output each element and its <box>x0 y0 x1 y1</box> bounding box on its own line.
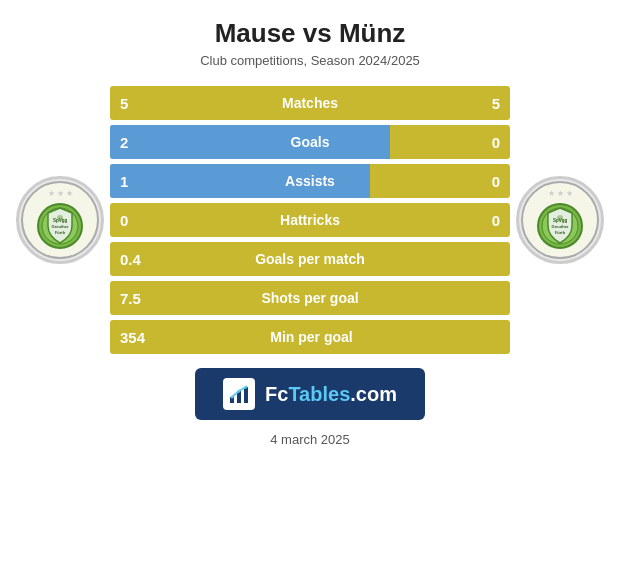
stat-row: 5Matches5 <box>110 86 510 120</box>
stat-row: 1Assists0 <box>110 164 510 198</box>
stat-row: 354Min per goal <box>110 320 510 354</box>
stat-label: Goals per match <box>142 251 478 267</box>
stat-right-value: 5 <box>478 95 510 112</box>
star-1: ★ <box>48 189 55 198</box>
badge-circle-left: ★ ★ ★ SpVgg Greuther Fürth <box>16 176 104 264</box>
star-r1: ★ <box>548 189 555 198</box>
stat-bar-bg: 0Hattricks0 <box>110 203 510 237</box>
stat-right-value: 0 <box>478 173 510 190</box>
stat-row: 7.5Shots per goal <box>110 281 510 315</box>
star-2: ★ <box>57 189 64 198</box>
page-subtitle: Club competitions, Season 2024/2025 <box>200 53 420 68</box>
badge-left: ★ ★ ★ SpVgg Greuther Fürth <box>10 176 110 264</box>
stat-bar-bg: 7.5Shots per goal <box>110 281 510 315</box>
stat-left-value: 354 <box>110 329 145 346</box>
stat-left-value: 2 <box>110 134 142 151</box>
star-r3: ★ <box>566 189 573 198</box>
fc-icon <box>223 378 255 410</box>
fc-tables-banner: FcTables.com <box>195 368 425 420</box>
stat-left-value: 0 <box>110 212 142 229</box>
stat-left-value: 7.5 <box>110 290 142 307</box>
page-title: Mause vs Münz <box>215 18 406 49</box>
stat-row: 2Goals0 <box>110 125 510 159</box>
svg-text:Greuther: Greuther <box>552 224 569 229</box>
stat-label: Goals <box>142 134 478 150</box>
stat-label: Min per goal <box>145 329 478 345</box>
svg-point-11 <box>557 215 563 221</box>
svg-point-17 <box>245 386 248 389</box>
svg-text:Fürth: Fürth <box>55 230 66 235</box>
svg-text:Greuther: Greuther <box>52 224 69 229</box>
svg-point-16 <box>238 390 241 393</box>
bar-chart-icon <box>228 383 250 405</box>
stat-bar-bg: 1Assists0 <box>110 164 510 198</box>
fc-tables-text: FcTables.com <box>265 383 397 406</box>
stat-label: Shots per goal <box>142 290 478 306</box>
svg-point-15 <box>231 396 234 399</box>
stat-row: 0Hattricks0 <box>110 203 510 237</box>
stat-left-value: 0.4 <box>110 251 142 268</box>
star-r2: ★ <box>557 189 564 198</box>
stat-left-value: 5 <box>110 95 142 112</box>
svg-rect-14 <box>244 387 248 403</box>
page-wrapper: Mause vs Münz Club competitions, Season … <box>0 0 620 580</box>
badge-stars-left: ★ ★ ★ <box>48 189 73 198</box>
svg-text:Fürth: Fürth <box>555 230 566 235</box>
badge-stars-right: ★ ★ ★ <box>548 189 573 198</box>
team-logo-right: SpVgg Greuther Fürth <box>534 200 586 252</box>
stat-label: Assists <box>142 173 478 189</box>
svg-point-5 <box>57 215 63 221</box>
badge-inner-left: ★ ★ ★ SpVgg Greuther Fürth <box>21 181 99 259</box>
stat-right-value: 0 <box>478 134 510 151</box>
stat-label: Matches <box>142 95 478 111</box>
stat-bar-bg: 0.4Goals per match <box>110 242 510 276</box>
stat-left-value: 1 <box>110 173 142 190</box>
stat-bar-bg: 2Goals0 <box>110 125 510 159</box>
badge-right: ★ ★ ★ SpVgg Greuther Fürth <box>510 176 610 264</box>
stat-bar-bg: 354Min per goal <box>110 320 510 354</box>
stat-label: Hattricks <box>142 212 478 228</box>
stats-area: 5Matches52Goals01Assists00Hattricks00.4G… <box>110 86 510 354</box>
badge-circle-right: ★ ★ ★ SpVgg Greuther Fürth <box>516 176 604 264</box>
stat-right-value: 0 <box>478 212 510 229</box>
date-footer: 4 march 2025 <box>270 432 350 447</box>
star-3: ★ <box>66 189 73 198</box>
comparison-area: ★ ★ ★ SpVgg Greuther Fürth <box>10 86 610 354</box>
team-logo-left: SpVgg Greuther Fürth <box>34 200 86 252</box>
stat-row: 0.4Goals per match <box>110 242 510 276</box>
stat-bar-bg: 5Matches5 <box>110 86 510 120</box>
badge-inner-right: ★ ★ ★ SpVgg Greuther Fürth <box>521 181 599 259</box>
